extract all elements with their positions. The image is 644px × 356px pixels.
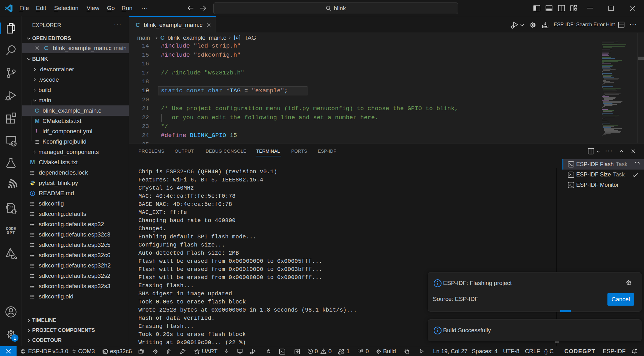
svg-text:GPT: GPT xyxy=(7,231,15,235)
